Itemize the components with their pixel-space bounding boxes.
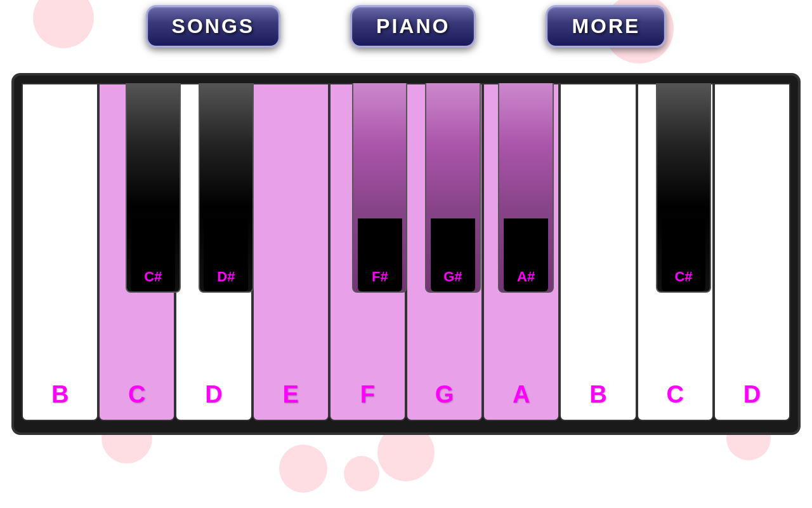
key-label-gs1: G# [443,269,462,285]
black-key-fs1[interactable]: F# [352,83,407,293]
white-key-d2[interactable]: D [714,83,790,421]
songs-button[interactable]: SONGS [146,5,281,48]
key-label-ds1: D# [217,269,235,285]
key-label-a1: A [513,381,530,408]
key-label-d2: D [743,381,761,408]
black-key-gs1[interactable]: G# [425,83,480,293]
key-label-e1: E [283,381,299,408]
key-label-cs2: C# [674,269,692,285]
white-key-e1[interactable]: E [252,83,329,421]
bg-circle-3 [279,444,327,493]
key-label-c1: C [128,381,145,408]
key-label-cs1: C# [144,269,162,285]
black-key-as1[interactable]: A# [498,83,553,293]
black-keys-layer: C# D# F# G# A# [22,83,790,293]
more-button[interactable]: MORE [546,5,666,48]
black-key-cs1[interactable]: C# [126,83,181,293]
more-label: MORE [572,15,640,37]
bg-circle-4 [344,456,379,491]
nav-bar: SONGS PIANO MORE [0,5,812,48]
white-key-b1[interactable]: B [22,83,98,421]
key-label-g1: G [435,381,454,408]
piano-button[interactable]: PIANO [350,5,476,48]
piano-inner: B C D E F G A [22,83,790,421]
piano-label: PIANO [376,15,450,37]
black-key-ds1[interactable]: D# [199,83,254,293]
key-label-d1: D [205,381,222,408]
piano-container: B C D E F G A [11,73,801,435]
songs-label: SONGS [172,15,255,37]
key-label-b1: B [51,381,69,408]
key-label-as1: A# [517,269,535,285]
key-label-f1: F [360,381,375,408]
white-key-b2[interactable]: B [560,83,636,421]
key-label-fs1: F# [372,269,388,285]
black-key-cs2[interactable]: C# [656,83,711,293]
white-keys: B C D E F G A [22,83,790,421]
key-label-c2: C [667,381,684,408]
key-label-b2: B [589,381,606,408]
